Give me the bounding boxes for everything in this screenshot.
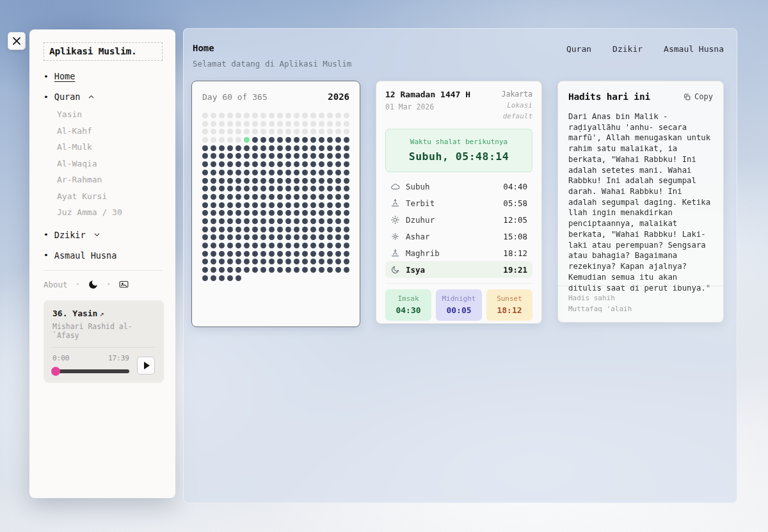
day-dot [260,243,266,248]
day-dot [260,186,266,191]
day-dot [269,218,275,224]
day-dot [277,194,283,200]
day-dot [285,234,291,240]
day-dot [310,194,316,200]
sidebar-item-quran-sub[interactable]: Juz Amma / 30 [57,204,163,221]
player-track-title-label: 36. Yasin [52,309,97,318]
day-dot [285,227,291,232]
day-dot [252,251,258,257]
sidebar-item-quran-sub[interactable]: Ayat Kursi [57,188,163,205]
day-dot [319,129,324,134]
day-dot [252,218,258,224]
day-dot [310,210,316,216]
sunset-box: Sunset 18:12 [486,289,532,321]
system-theme-button[interactable] [118,279,129,290]
prayer-time: 12:05 [503,215,527,225]
day-dot [335,121,341,127]
day-dot [202,234,208,240]
sidebar-item-quran-sub[interactable]: Al-Waqia [57,156,163,172]
day-dot [202,218,208,224]
dark-theme-button[interactable] [88,279,99,290]
day-dot [211,113,216,118]
day-dot [211,259,216,264]
day-dot [302,251,308,257]
sidebar-item-asmaul-husna[interactable]: • Asmaul Husna [44,250,163,261]
sidebar-item-quran-sub[interactable]: Al-Mulk [57,139,163,156]
day-dot [327,186,333,191]
day-dot [327,251,333,257]
day-dot [252,234,258,240]
day-dot [319,202,324,208]
day-dot [335,194,341,200]
day-dot [252,259,258,264]
day-dot [202,186,208,191]
day-dot [285,194,291,200]
day-dot [310,153,316,159]
copy-button[interactable]: Copy [683,92,713,101]
sidebar-item-quran-sub[interactable]: Al-Kahf [57,123,163,140]
sidebar-item-home-label[interactable]: Home [54,71,76,81]
day-dot [327,129,333,134]
day-dot [260,113,266,118]
close-button[interactable] [8,32,26,50]
sidebar-item-home[interactable]: • Home [44,71,163,81]
day-dot [335,210,341,216]
about-link[interactable]: About [44,280,68,289]
play-button[interactable] [137,357,155,375]
day-dot [344,153,349,159]
day-dot [244,129,250,134]
bullet-icon: • [44,230,49,239]
day-dot [277,137,283,143]
day-dot [327,259,333,264]
hadith-source: Muttafaq 'alaih [568,303,713,314]
player-controls: 0:00 17:39 [52,354,155,373]
day-dot [285,178,291,184]
day-dot [302,145,308,151]
top-nav-dzikir[interactable]: Dzikir [612,44,643,54]
player-progress-thumb[interactable] [51,367,60,376]
day-dot [319,113,324,118]
day-dot [260,153,266,159]
player-progress-track[interactable] [52,369,129,373]
day-dot [344,259,349,264]
prayer-name: Dzuhur [406,215,435,225]
day-dot [236,145,241,151]
day-dot [211,227,216,232]
day-dot [277,210,283,216]
day-dot [327,194,333,200]
sun-icon [390,215,400,225]
day-dot [211,194,216,200]
prayer-name: Maghrib [406,248,440,258]
close-icon [12,36,21,45]
divider [44,270,163,271]
day-dot [219,145,225,151]
day-dot [211,218,216,224]
day-dot [236,161,241,167]
day-dot [244,234,250,240]
top-nav-quran[interactable]: Quran [566,44,591,54]
day-dot [202,210,208,216]
day-dot [252,210,258,216]
day-dot [294,186,300,191]
player-track-title[interactable]: 36. Yasin↗ [52,309,155,318]
sidebar-item-dzikir[interactable]: • Dzikir [44,230,163,240]
day-dot [211,234,216,240]
extra-times-row: Imsak 04:30 Midnight 00:05 Sunset 18:12 [385,289,532,321]
day-dot [244,121,250,127]
day-dot [285,161,291,167]
day-dot [302,129,308,134]
sidebar-item-quran-sub[interactable]: Ar-Rahman [57,172,163,188]
sidebar-item-quran[interactable]: • Quran [44,92,163,102]
day-dot [252,243,258,248]
day-dot [294,145,300,151]
main-panel: Home Selamat datang di Aplikasi Muslim Q… [183,28,737,503]
day-dot [327,267,333,273]
day-dot [285,186,291,191]
sidebar-item-quran-sub[interactable]: Yasin [57,106,163,123]
day-dot [344,202,349,208]
top-nav-asmaul-husna[interactable]: Asmaul Husna [664,44,724,54]
day-dot [294,178,300,184]
day-dot [327,218,333,224]
day-dot [335,259,341,264]
day-dot [211,186,216,191]
